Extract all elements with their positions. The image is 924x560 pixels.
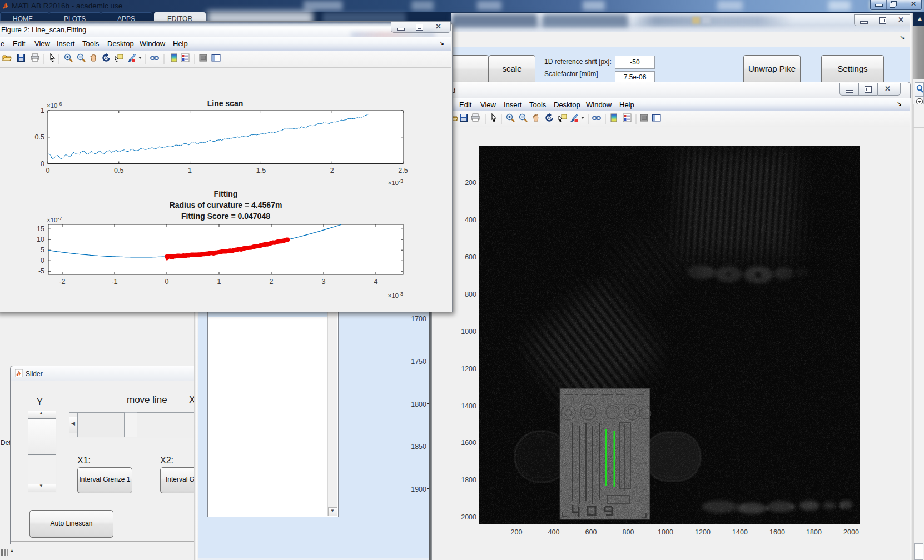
svg-text:1.5: 1.5 (256, 167, 266, 174)
svg-text:Line scan: Line scan (207, 99, 244, 108)
svg-text:×10-3: ×10-3 (388, 291, 403, 299)
svg-text:0: 0 (46, 167, 50, 174)
svg-text:Fitting Score = 0.047048: Fitting Score = 0.047048 (181, 212, 270, 221)
svg-text:Fitting: Fitting (214, 189, 238, 198)
svg-text:5: 5 (41, 246, 44, 254)
svg-text:2: 2 (270, 278, 274, 286)
svg-text:0: 0 (41, 160, 44, 168)
svg-text:4: 4 (374, 278, 378, 286)
svg-text:×10-6: ×10-6 (47, 101, 62, 109)
svg-text:0.5: 0.5 (114, 167, 123, 174)
svg-text:×10-3: ×10-3 (388, 178, 403, 186)
svg-text:1: 1 (188, 167, 192, 174)
svg-text:2.5: 2.5 (398, 167, 408, 174)
svg-text:Radius of curvature = 4.4567m: Radius of curvature = 4.4567m (170, 201, 282, 209)
svg-text:2: 2 (330, 167, 334, 174)
svg-text:10: 10 (37, 236, 44, 243)
svg-text:1: 1 (41, 107, 44, 114)
svg-text:×10-7: ×10-7 (47, 216, 62, 223)
svg-text:-5: -5 (38, 267, 44, 275)
svg-text:-2: -2 (59, 278, 65, 286)
svg-text:0: 0 (41, 257, 44, 264)
svg-text:3: 3 (322, 278, 326, 286)
svg-text:15: 15 (37, 225, 44, 233)
svg-text:-1: -1 (111, 278, 117, 286)
svg-text:1: 1 (217, 278, 221, 286)
svg-text:0: 0 (165, 278, 169, 286)
svg-text:0.5: 0.5 (35, 133, 44, 141)
